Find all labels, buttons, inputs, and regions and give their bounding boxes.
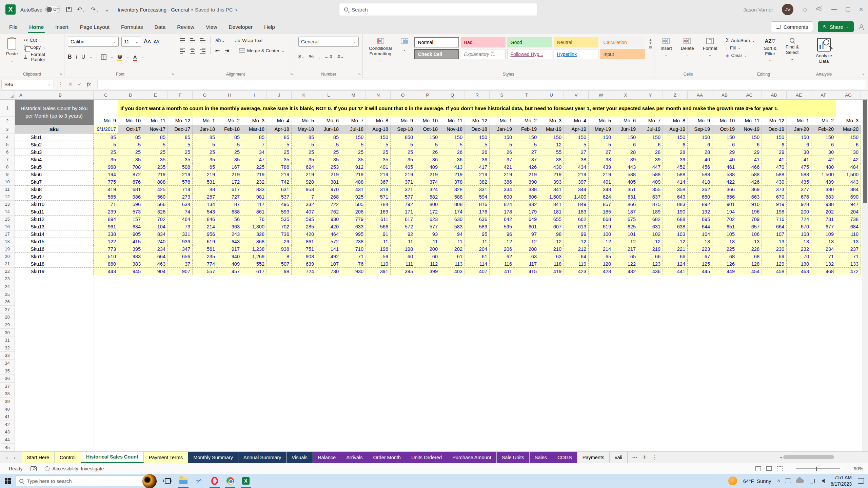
cell-sku5-m24[interactable]: 452 [663, 163, 688, 171]
cell-sku1-m2[interactable]: 85 [118, 134, 143, 141]
cell-sku17-m7[interactable]: 1,269 [242, 253, 267, 260]
cell-sku17-m15[interactable]: 61 [440, 253, 465, 260]
cell-sku5-m20[interactable]: 434 [564, 163, 589, 171]
row-number-27[interactable]: 27 [0, 306, 15, 313]
cell-sku2-m13[interactable]: 5 [391, 141, 415, 148]
cell-sku17-m29[interactable]: 70 [787, 253, 811, 260]
row-number-40[interactable]: 40 [0, 405, 15, 413]
cell-month-date-29[interactable]: Jan-20 [787, 125, 811, 134]
cell-sku12-m20[interactable]: 662 [564, 216, 589, 223]
cell-sku18-m30[interactable]: 132 [811, 260, 836, 268]
cell-sku5-m8[interactable]: 786 [267, 163, 292, 171]
cell-sku17-m10[interactable]: 492 [316, 253, 341, 260]
column-header-M[interactable]: M [341, 91, 366, 100]
cell-sku1-m30[interactable]: 150 [811, 134, 836, 141]
cell-sku1-m19[interactable]: 150 [539, 134, 564, 141]
conditional-formatting-button[interactable]: Conditional Formatting⌄ [366, 37, 395, 64]
cell-sku15-m20[interactable]: 12 [564, 238, 589, 245]
cell-sku7-m1[interactable]: 775 [94, 178, 118, 186]
cell-sku13-m6[interactable]: 963 [217, 223, 242, 230]
cell-sku4-m27[interactable]: 41 [737, 156, 762, 163]
cell-sku2-m4[interactable]: 5 [168, 141, 193, 148]
cell-sku12-m25[interactable]: 695 [688, 216, 712, 223]
cell-sku14-m7[interactable]: 328 [242, 230, 267, 238]
cell-sku11-m11[interactable]: 208 [341, 208, 366, 216]
cell-sku2-m5[interactable]: 5 [193, 141, 217, 148]
cell-sku10-m5[interactable]: 134 [193, 201, 217, 208]
font-dialog-launcher[interactable]: ⇘ [171, 72, 174, 76]
cell-sku7-m4[interactable]: 576 [168, 178, 193, 186]
column-header-AE[interactable]: AE [787, 91, 811, 100]
analyze-data-button[interactable]: Analyze Data [809, 37, 839, 65]
cell-month-number-21[interactable]: Mo. 5 [589, 117, 613, 125]
row-number-15[interactable]: 15 [0, 216, 15, 223]
table-title-cell[interactable]: Historical Sales Count by Sku per Month … [15, 100, 94, 125]
cell-sku18-m31[interactable]: 133 [836, 260, 861, 268]
speaker-icon[interactable] [820, 479, 825, 483]
cell-sku10-m22[interactable]: 866 [613, 201, 638, 208]
cell-sku2-m24[interactable]: 6 [663, 141, 688, 148]
cell-sku3-m27[interactable]: 29 [737, 148, 762, 156]
column-header-D[interactable]: D [118, 91, 143, 100]
cell-sku4-m19[interactable]: 38 [539, 156, 564, 163]
cell-sku15-m3[interactable]: 240 [143, 238, 168, 245]
cell-sku7-m25[interactable]: 418 [688, 178, 712, 186]
cell-sku14-m24[interactable]: 103 [663, 230, 688, 238]
column-header-X[interactable]: X [613, 91, 638, 100]
column-header-Z[interactable]: Z [663, 91, 688, 100]
sort-filter-button[interactable]: AZ▽ Sort & Filter⌄ [761, 37, 780, 64]
cell-sku10-m27[interactable]: 910 [737, 201, 762, 208]
cell-sku5-m12[interactable]: 401 [366, 163, 391, 171]
cell-sku11-m21[interactable]: 185 [589, 208, 613, 216]
cell-sku1-m27[interactable]: 150 [737, 134, 762, 141]
cell-sku5-m6[interactable]: 167 [217, 163, 242, 171]
row-number-29[interactable]: 29 [0, 321, 15, 329]
cell-sku8-m28[interactable]: 373 [762, 186, 787, 193]
cell-sku5-m10[interactable]: 253 [316, 163, 341, 171]
cell-sku16-m2[interactable]: 395 [118, 245, 143, 253]
cell-A9[interactable] [15, 171, 27, 178]
cell-sku11-m13[interactable]: 171 [391, 208, 415, 216]
cell-sku6-m12[interactable]: 219 [366, 171, 391, 178]
decrease-font-icon[interactable]: A˅ [154, 39, 160, 44]
cell-sku7-m8[interactable]: 742 [267, 178, 292, 186]
cell-sku11-m25[interactable]: 192 [688, 208, 712, 216]
cell-sku15-m13[interactable]: 11 [391, 238, 415, 245]
cell-sku5-m30[interactable]: 480 [811, 163, 836, 171]
cell-sku-label-sku15[interactable]: Sku15 [27, 238, 94, 245]
cell-sku18-m24[interactable]: 124 [663, 260, 688, 268]
cell-sku3-m20[interactable]: 27 [564, 148, 589, 156]
cell-sku12-m27[interactable]: 709 [737, 216, 762, 223]
alignment-dialog-launcher[interactable]: ⇘ [290, 72, 293, 76]
cell-month-number-22[interactable]: Mo. 6 [613, 117, 638, 125]
cell-sku14-m25[interactable]: 104 [688, 230, 712, 238]
cell-sku12-m26[interactable]: 702 [712, 216, 737, 223]
cell-sku12-m21[interactable]: 668 [589, 216, 613, 223]
cell-sku2-m20[interactable]: 5 [564, 141, 589, 148]
gallery-scroll-arrows[interactable]: ▲▼▦ [648, 37, 653, 50]
cell-sku13-m7[interactable]: 1,300 [242, 223, 267, 230]
task-view-button[interactable] [160, 474, 176, 488]
cell-sku2-m31[interactable]: 6 [836, 141, 861, 148]
cell-sku2-m2[interactable]: 5 [118, 141, 143, 148]
cell-sku13-m2[interactable]: 634 [118, 223, 143, 230]
cell-sku2-m7[interactable]: 7 [242, 141, 267, 148]
cell-sku16-m9[interactable]: 751 [292, 245, 316, 253]
row-number-4[interactable]: 4 [0, 134, 15, 141]
cell-sku19-m15[interactable]: 403 [440, 268, 465, 275]
cell-sku16-m19[interactable]: 210 [539, 245, 564, 253]
cell-sku-label-sku11[interactable]: Sku11 [27, 208, 94, 216]
cut-button[interactable]: ✂Cut [24, 37, 61, 43]
cell-sku18-m28[interactable]: 129 [762, 260, 787, 268]
cell-sku13-m13[interactable]: 572 [391, 223, 415, 230]
cell-sku13-m10[interactable]: 420 [316, 223, 341, 230]
cell-sku5-m27[interactable]: 466 [737, 163, 762, 171]
cell-sku11-m10[interactable]: 762 [316, 208, 341, 216]
cell-sku7-m31[interactable]: 443 [836, 178, 861, 186]
cell-sku10-m7[interactable]: 117 [242, 201, 267, 208]
cell-sku10-m29[interactable]: 928 [787, 201, 811, 208]
cell-sku15-m16[interactable]: 11 [465, 238, 490, 245]
cell-sku2-m10[interactable]: 5 [316, 141, 341, 148]
cell-month-number-14[interactable]: Mo. 10 [415, 117, 440, 125]
cell-sku12-m1[interactable]: 894 [94, 216, 118, 223]
